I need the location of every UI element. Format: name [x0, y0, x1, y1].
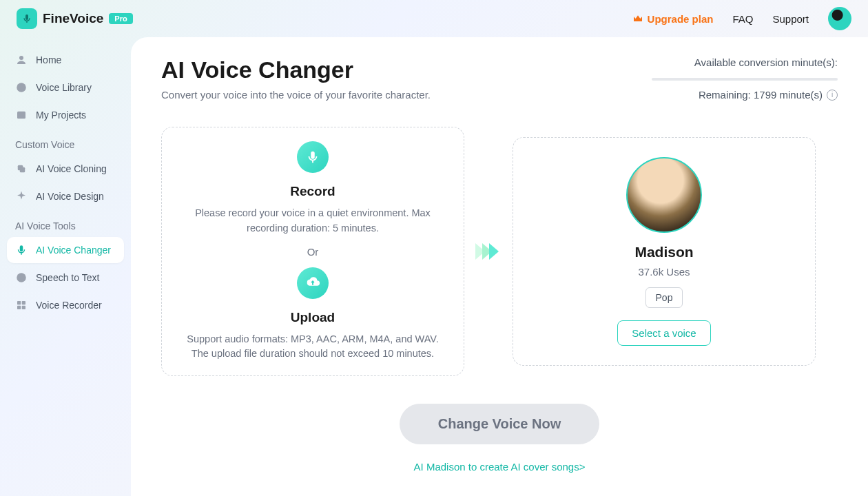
svg-point-7 — [17, 273, 26, 282]
voice-uses: 37.6k Uses — [533, 266, 796, 278]
brand-name: FineVoice — [43, 11, 103, 26]
library-icon — [15, 81, 28, 94]
select-voice-button[interactable]: Select a voice — [617, 320, 710, 346]
crown-icon — [632, 13, 643, 24]
sidebar-item-speech-to-text[interactable]: Speech to Text — [7, 265, 124, 291]
svg-rect-11 — [22, 306, 25, 309]
voice-card: Madison 37.6k Uses Pop Select a voice — [513, 137, 816, 366]
sidebar-item-voice-changer[interactable]: AI Voice Changer — [7, 237, 124, 263]
sidebar-item-voice-library[interactable]: Voice Library — [7, 74, 124, 101]
svg-point-2 — [17, 83, 26, 92]
sidebar: Home Voice Library My Projects Custom Vo… — [0, 37, 131, 496]
svg-rect-9 — [22, 301, 25, 304]
voice-name: Madison — [533, 244, 796, 260]
main-content: AI Voice Changer Convert your voice into… — [131, 37, 868, 496]
arrow-icon — [478, 243, 499, 260]
voice-avatar — [626, 157, 702, 233]
upload-icon — [297, 267, 329, 299]
mic-icon — [15, 244, 28, 256]
recorder-icon — [15, 299, 28, 311]
input-card: Record Please record your voice in a qui… — [161, 127, 464, 376]
remaining-minutes: Remaining: 1799 minute(s) — [699, 89, 823, 101]
faq-link[interactable]: FAQ — [732, 13, 753, 25]
svg-rect-0 — [25, 14, 28, 20]
projects-icon — [15, 109, 28, 121]
svg-rect-8 — [17, 301, 21, 304]
sidebar-item-home[interactable]: Home — [7, 47, 124, 73]
sidebar-item-my-projects[interactable]: My Projects — [7, 102, 124, 128]
sidebar-item-voice-design[interactable]: AI Voice Design — [7, 183, 124, 209]
record-desc: Please record your voice in a quiet envi… — [181, 206, 444, 236]
svg-rect-12 — [311, 152, 315, 159]
page-subtitle: Convert your voice into the voice of you… — [161, 89, 431, 101]
svg-rect-5 — [20, 167, 25, 173]
record-option[interactable]: Record Please record your voice in a qui… — [181, 141, 444, 236]
upgrade-plan-link[interactable]: Upgrade plan — [632, 13, 714, 25]
upload-desc: Support audio formats: MP3, AAC, ARM, M4… — [181, 332, 444, 362]
record-icon — [297, 141, 329, 173]
home-icon — [15, 54, 28, 66]
svg-rect-3 — [17, 112, 25, 119]
cloning-icon — [15, 163, 28, 175]
svg-rect-6 — [20, 245, 23, 251]
sidebar-section-tools: AI Voice Tools — [7, 211, 124, 237]
record-title: Record — [181, 184, 444, 199]
page-title: AI Voice Changer — [161, 56, 431, 83]
change-voice-button[interactable]: Change Voice Now — [400, 404, 600, 444]
logo-icon — [17, 8, 37, 29]
user-avatar[interactable] — [828, 7, 851, 30]
cover-songs-link[interactable]: AI Madison to create AI cover songs> — [161, 461, 838, 473]
support-link[interactable]: Support — [772, 13, 809, 25]
design-icon — [15, 190, 28, 203]
upload-title: Upload — [181, 310, 444, 325]
svg-point-1 — [19, 56, 23, 60]
sidebar-section-custom: Custom Voice — [7, 130, 124, 156]
sidebar-item-voice-cloning[interactable]: AI Voice Cloning — [7, 156, 124, 182]
speech-icon — [15, 271, 28, 284]
pro-badge: Pro — [109, 13, 132, 24]
voice-tag: Pop — [645, 287, 683, 308]
or-divider: Or — [181, 246, 444, 258]
info-icon[interactable]: i — [827, 90, 838, 101]
upload-option[interactable]: Upload Support audio formats: MP3, AAC, … — [181, 267, 444, 362]
svg-rect-10 — [17, 306, 21, 309]
logo[interactable]: FineVoice Pro — [17, 8, 133, 29]
available-minutes-label: Available conversion minute(s): — [652, 56, 838, 68]
sidebar-item-voice-recorder[interactable]: Voice Recorder — [7, 292, 124, 318]
minutes-progress-bar — [652, 78, 838, 81]
